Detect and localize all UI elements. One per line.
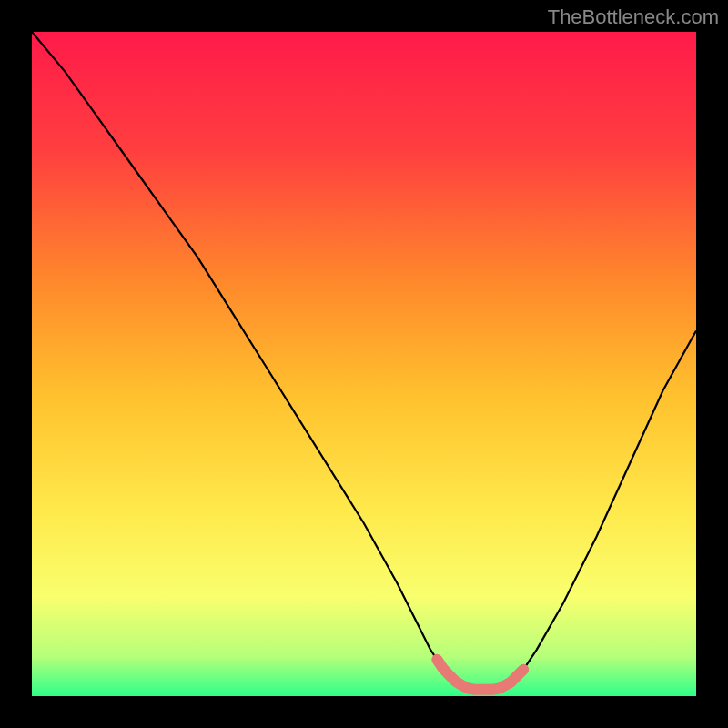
watermark-text: TheBottleneck.com — [548, 5, 719, 29]
chart-plot-area — [32, 32, 696, 696]
bottleneck-chart — [0, 0, 728, 728]
